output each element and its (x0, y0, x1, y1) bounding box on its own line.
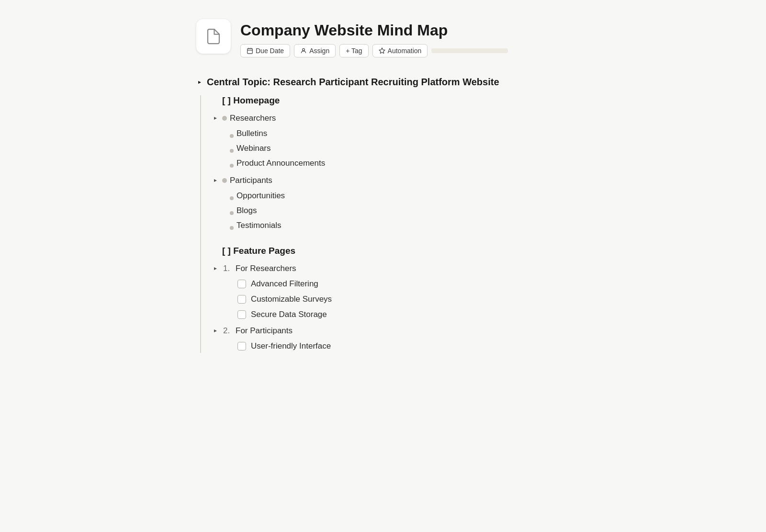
blogs-label: Blogs (237, 204, 257, 217)
researchers-label: Researchers (230, 112, 276, 125)
participants-dot (222, 178, 227, 183)
researchers-children: Bulletins Webinars Product Announcements (212, 127, 570, 170)
customizable-surveys-checkbox[interactable] (237, 295, 246, 304)
svg-marker-6 (214, 117, 217, 120)
page-title: Company Website Mind Map (240, 21, 508, 39)
product-announcements-label: Product Announcements (237, 157, 325, 170)
svg-marker-7 (214, 179, 217, 182)
user-friendly-label: User-friendly Interface (251, 340, 331, 353)
for-participants-children: User-friendly Interface (212, 340, 570, 353)
advanced-filtering-label: Advanced Filtering (251, 277, 318, 291)
participants-toggle[interactable] (212, 174, 219, 187)
svg-marker-9 (214, 329, 217, 332)
for-researchers-num: 1. (223, 262, 232, 275)
central-topic-toggle[interactable] (196, 79, 203, 86)
user-friendly-checkbox[interactable] (237, 342, 246, 351)
advanced-filtering-item: Advanced Filtering (237, 277, 570, 291)
product-announcements-dot (230, 164, 234, 168)
assign-button[interactable]: Assign (294, 44, 336, 57)
participants-item: Participants (212, 174, 570, 187)
app-icon (196, 19, 231, 54)
customizable-surveys-label: Customizable Surveys (251, 293, 332, 306)
blogs-item: Blogs (230, 204, 570, 217)
user-friendly-item: User-friendly Interface (237, 340, 570, 353)
central-topic-header: Central Topic: Research Participant Recr… (196, 77, 570, 88)
bulletins-dot (230, 134, 234, 138)
testimonials-dot (230, 226, 234, 230)
researchers-dot (222, 116, 227, 121)
svg-marker-5 (198, 81, 201, 84)
secure-data-storage-checkbox[interactable] (237, 310, 246, 319)
for-participants-num: 2. (223, 324, 232, 338)
webinars-label: Webinars (237, 142, 271, 155)
researchers-toggle[interactable] (212, 112, 219, 125)
bulletins-label: Bulletins (237, 127, 267, 140)
bulletins-item: Bulletins (230, 127, 570, 140)
participants-label: Participants (230, 174, 272, 187)
content: Central Topic: Research Participant Recr… (196, 77, 570, 353)
for-researchers-label: For Researchers (236, 262, 296, 275)
header-right: Company Website Mind Map Due Date Assign… (240, 19, 508, 57)
svg-marker-8 (214, 267, 217, 270)
opportunities-dot (230, 196, 234, 200)
feature-pages-section: [ ] Feature Pages 1. For Researchers Adv… (212, 246, 570, 353)
person-icon (300, 47, 307, 54)
webinars-item: Webinars (230, 142, 570, 155)
blogs-dot (230, 211, 234, 215)
calendar-icon (247, 47, 253, 54)
for-participants-item: 2. For Participants (212, 324, 570, 338)
homepage-title: [ ] Homepage (212, 95, 570, 106)
automation-icon (379, 47, 385, 54)
participants-children: Opportunities Blogs Testimonials (212, 189, 570, 232)
homepage-section: [ ] Homepage Researchers Bulletins Webin… (200, 95, 570, 353)
for-participants-toggle[interactable] (212, 324, 219, 338)
feature-pages-title: [ ] Feature Pages (212, 246, 570, 256)
for-researchers-children: Advanced Filtering Customizable Surveys … (212, 277, 570, 321)
svg-rect-0 (248, 49, 253, 54)
for-researchers-toggle[interactable] (212, 262, 219, 275)
automation-button[interactable]: Automation (372, 44, 428, 57)
webinars-dot (230, 149, 234, 153)
toolbar-spacer (431, 48, 508, 53)
toolbar: Due Date Assign + Tag Automation (240, 44, 508, 57)
opportunities-label: Opportunities (237, 189, 285, 203)
product-announcements-item: Product Announcements (230, 157, 570, 170)
central-topic-title: Central Topic: Research Participant Recr… (207, 77, 499, 88)
due-date-button[interactable]: Due Date (240, 44, 290, 57)
customizable-surveys-item: Customizable Surveys (237, 293, 570, 306)
testimonials-label: Testimonials (237, 219, 282, 232)
testimonials-item: Testimonials (230, 219, 570, 232)
secure-data-storage-label: Secure Data Storage (251, 308, 327, 321)
tag-button[interactable]: + Tag (339, 44, 368, 57)
researchers-item: Researchers (212, 112, 570, 125)
header: Company Website Mind Map Due Date Assign… (196, 19, 570, 57)
for-researchers-item: 1. For Researchers (212, 262, 570, 275)
secure-data-storage-item: Secure Data Storage (237, 308, 570, 321)
advanced-filtering-checkbox[interactable] (237, 280, 246, 288)
svg-point-4 (303, 49, 305, 51)
opportunities-item: Opportunities (230, 189, 570, 203)
for-participants-label: For Participants (236, 324, 293, 338)
